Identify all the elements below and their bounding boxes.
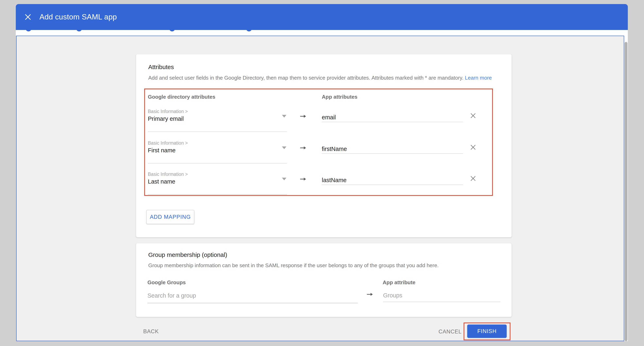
add-mapping-button[interactable]: ADD MAPPING — [146, 210, 194, 224]
learn-more-link[interactable]: Learn more — [465, 75, 492, 81]
finish-button[interactable]: FINISH — [467, 324, 507, 338]
maps-to-arrow-icon — [367, 292, 374, 298]
attributes-card-description: Add and select user fields in the Google… — [148, 75, 492, 81]
back-button[interactable]: BACK — [143, 328, 159, 335]
dialog-title: Add custom SAML app — [40, 13, 117, 21]
dialog-header: Add custom SAML app — [16, 4, 628, 30]
close-icon[interactable] — [25, 14, 31, 20]
group-search-input[interactable] — [148, 288, 358, 303]
group-card-title: Group membership (optional) — [148, 251, 227, 258]
attributes-card-title: Attributes — [148, 64, 174, 71]
group-membership-card: Group membership (optional) Group member… — [136, 243, 512, 317]
mapping-highlight-annotation — [144, 89, 493, 196]
header-base-strip — [16, 30, 628, 36]
cancel-button[interactable]: CANCEL — [438, 328, 462, 335]
google-groups-label: Google Groups — [148, 279, 186, 286]
scrollbar-thumb[interactable] — [624, 42, 628, 341]
group-card-description: Group membership information can be sent… — [148, 262, 439, 269]
attributes-description-text: Add and select user fields in the Google… — [148, 75, 464, 81]
app-attribute-label: App attribute — [383, 279, 416, 286]
attributes-card: Attributes Add and select user fields in… — [136, 54, 512, 237]
group-app-attribute-input[interactable] — [383, 289, 500, 302]
